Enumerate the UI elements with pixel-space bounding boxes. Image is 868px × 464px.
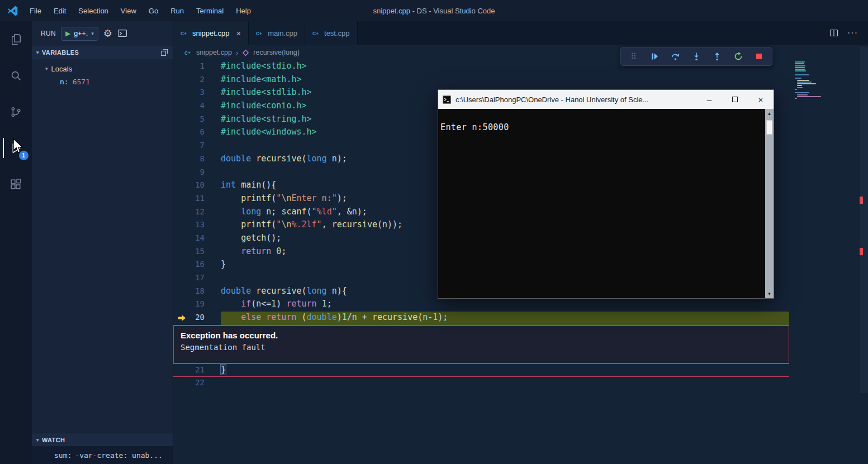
sidebar-item-extensions[interactable]	[3, 171, 30, 198]
code-line-2[interactable]: 2#include<math.h>	[173, 74, 789, 87]
locals-label: Locals	[51, 65, 73, 73]
error-overview-mark	[860, 197, 863, 204]
watch-section-header[interactable]: ▾ WATCH	[32, 433, 173, 446]
run-panel-header: RUN ▶ g++. ▾ ⚙	[32, 21, 173, 46]
menu-item-run[interactable]: Run	[165, 4, 189, 17]
variable-value: 6571	[73, 78, 90, 86]
line-content: printf("\n%.2lf", recursive(n));	[221, 219, 402, 229]
close-button[interactable]: ×	[748, 90, 774, 109]
grip-dots-icon: ⠿	[631, 52, 637, 61]
split-editor-icon[interactable]	[829, 28, 838, 37]
launch-config-dropdown[interactable]: ▶ g++. ▾	[61, 27, 98, 41]
line-number[interactable]: 9	[173, 168, 205, 176]
tab-bar: C+snippet.cpp×C+main.cppC+test.cpp ···	[173, 21, 868, 45]
line-number[interactable]: 13	[173, 220, 205, 229]
vscode-logo	[7, 5, 18, 17]
editor-actions: ···	[829, 21, 868, 45]
line-number[interactable]: 6	[173, 127, 205, 136]
debug-console-icon[interactable]	[117, 29, 127, 38]
line-number[interactable]: 17	[173, 273, 205, 282]
scroll-down-icon[interactable]: ▼	[765, 289, 774, 298]
line-content: double recursive(long n){	[221, 286, 347, 296]
line-number[interactable]: 20	[173, 313, 205, 322]
console-titlebar[interactable]: c:\Users\DaiPhongPC\OneDrive - Hanoi Uni…	[438, 90, 774, 109]
restart-button[interactable]	[730, 49, 747, 64]
tab-test.cpp[interactable]: C+test.cpp	[305, 21, 358, 45]
maximize-button[interactable]	[722, 90, 748, 109]
error-overview-mark	[860, 248, 863, 255]
line-number[interactable]: 4	[173, 101, 205, 110]
tab-label: snippet.cpp	[192, 29, 230, 37]
menu-item-help[interactable]: Help	[230, 4, 257, 17]
breadcrumb-symbol[interactable]: recursive(long)	[253, 49, 300, 56]
titlebar: FileEditSelectionViewGoRunTerminalHelp s…	[0, 0, 868, 21]
menu-item-go[interactable]: Go	[143, 4, 164, 17]
stop-icon	[755, 52, 763, 61]
locals-scope-row[interactable]: ▾ Locals	[32, 62, 173, 75]
toolbar-grip-handle[interactable]: ⠿	[625, 49, 642, 64]
step-out-button[interactable]	[709, 49, 725, 64]
code-line-21[interactable]: 21}	[173, 364, 789, 377]
svg-text:C+: C+	[312, 31, 319, 36]
minimize-button[interactable]: –	[696, 90, 722, 109]
watch-expression-row[interactable]: sum: -var-create: unab...	[32, 446, 173, 464]
chevron-down-icon: ▾	[91, 31, 94, 36]
line-number[interactable]: 1	[173, 61, 205, 70]
console-output-area[interactable]: Enter n:50000 ▲ ▼	[438, 109, 774, 298]
variable-row[interactable]: n: 6571	[32, 75, 173, 88]
close-tab-icon[interactable]: ×	[236, 28, 241, 38]
continue-button[interactable]	[646, 49, 663, 64]
line-number[interactable]: 21	[173, 365, 205, 374]
sidebar-item-source-control[interactable]	[3, 98, 30, 125]
start-debugging-icon[interactable]: ▶	[65, 30, 70, 37]
line-number[interactable]: 3	[173, 88, 205, 97]
watch-value: -var-create: unab...	[75, 451, 163, 460]
menu-item-edit[interactable]: Edit	[48, 4, 72, 17]
more-actions-icon[interactable]: ···	[847, 28, 858, 38]
line-number[interactable]: 2	[173, 75, 205, 84]
line-number[interactable]: 15	[173, 247, 205, 256]
menu-item-view[interactable]: View	[115, 4, 142, 17]
code-line-19[interactable]: 19 if(n<=1) return 1;	[173, 298, 789, 312]
stop-button[interactable]	[751, 49, 767, 64]
step-over-button[interactable]	[667, 49, 684, 64]
menu-item-file[interactable]: File	[24, 4, 47, 17]
exception-widget: Exception has occurred.Segmentation faul…	[173, 325, 789, 364]
cpp-file-icon: C+	[184, 49, 192, 56]
editor-scrollbar[interactable]	[860, 47, 868, 393]
sidebar-item-explorer[interactable]	[3, 26, 30, 52]
breadcrumb-file[interactable]: snippet.cpp	[196, 49, 232, 56]
collapse-variables-icon[interactable]	[160, 49, 168, 56]
tab-snippet.cpp[interactable]: C+snippet.cpp×	[173, 21, 249, 45]
tab-main.cpp[interactable]: C+main.cpp	[249, 21, 305, 45]
breadcrumb[interactable]: C+ snippet.cpp › recursive(long)	[173, 45, 300, 60]
sidebar-item-search[interactable]	[3, 62, 30, 89]
line-number[interactable]: 19	[173, 299, 205, 308]
variables-section-header[interactable]: ▾ VARIABLES	[32, 46, 173, 59]
line-number[interactable]: 10	[173, 180, 205, 189]
line-number[interactable]: 18	[173, 286, 205, 295]
menu-item-selection[interactable]: Selection	[73, 4, 113, 17]
watch-header-label: WATCH	[42, 437, 65, 443]
console-scrollbar[interactable]: ▲ ▼	[765, 109, 774, 298]
code-line-22[interactable]: 22	[173, 377, 789, 390]
menu-item-terminal[interactable]: Terminal	[191, 4, 229, 17]
minimap[interactable]	[795, 61, 844, 102]
line-number[interactable]: 7	[173, 141, 205, 150]
code-line-20[interactable]: 20 else return (double)1/n + recursive(n…	[173, 312, 789, 325]
line-content: long n; scanf("%ld", &n);	[221, 207, 367, 217]
step-into-button[interactable]	[688, 49, 705, 64]
scroll-up-icon[interactable]: ▲	[765, 109, 774, 118]
line-number[interactable]: 22	[173, 378, 205, 387]
tabs-list: C+snippet.cpp×C+main.cppC+test.cpp	[173, 21, 358, 45]
line-number[interactable]: 14	[173, 233, 205, 242]
line-number[interactable]: 12	[173, 207, 205, 216]
step-over-icon	[671, 52, 680, 61]
line-number[interactable]: 5	[173, 114, 205, 123]
line-number[interactable]: 16	[173, 260, 205, 269]
line-number[interactable]: 11	[173, 194, 205, 203]
gear-icon[interactable]: ⚙	[103, 28, 112, 39]
line-number[interactable]: 8	[173, 154, 205, 163]
scrollbar-thumb[interactable]	[766, 120, 772, 135]
menubar: FileEditSelectionViewGoRunTerminalHelp	[24, 4, 257, 17]
